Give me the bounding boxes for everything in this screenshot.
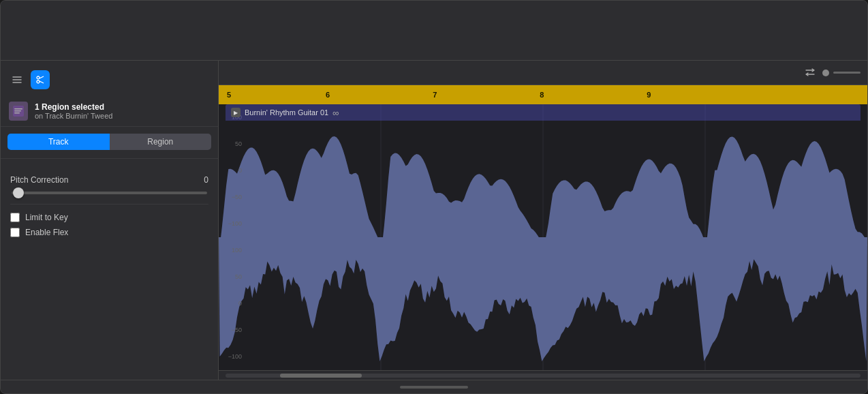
- svg-rect-7: [14, 112, 20, 114]
- sidebar-toolbar: [1, 66, 218, 96]
- region-text: 1 Region selected on Track Burnin' Tweed: [35, 102, 112, 120]
- zoom-indicator: [822, 70, 829, 76]
- svg-rect-5: [14, 108, 22, 110]
- divider-2: [10, 204, 208, 204]
- enable-flex-row: Enable Flex: [10, 228, 208, 237]
- pitch-correction-row: Pitch Correction 0: [10, 175, 208, 185]
- region-name: Burnin' Rhythm Guitar 01: [245, 108, 328, 117]
- zoom-bar: [833, 72, 861, 74]
- region-info: 1 Region selected on Track Burnin' Tweed: [1, 96, 218, 127]
- limit-to-key-checkbox[interactable]: [10, 213, 20, 222]
- ruler-mark-7: 7: [433, 91, 437, 99]
- top-bar: [1, 1, 867, 61]
- region-tab[interactable]: Region: [110, 134, 212, 150]
- sidebar: 1 Region selected on Track Burnin' Tweed…: [1, 61, 219, 380]
- bottom-bar: [1, 380, 867, 393]
- ruler-mark-9: 9: [647, 91, 651, 99]
- waveform-panel: 5 6 7 8 9 ▶ Burnin' Rhythm Guitar 01 ∞ 1…: [219, 61, 867, 380]
- main-area: 1 Region selected on Track Burnin' Tweed…: [1, 61, 867, 380]
- pitch-correction-value: 0: [204, 175, 208, 185]
- ruler-mark-8: 8: [540, 91, 544, 99]
- svg-point-1: [37, 80, 40, 83]
- limit-to-key-label[interactable]: Limit to Key: [25, 213, 68, 222]
- region-title: 1 Region selected: [35, 102, 112, 112]
- flex-view-button[interactable]: [7, 70, 27, 89]
- waveform-content: ▶ Burnin' Rhythm Guitar 01 ∞ 100 50 0 −5…: [219, 104, 867, 370]
- region-icon: [9, 102, 28, 121]
- scrollbar-area: [219, 370, 867, 380]
- pitch-slider-container: [10, 192, 208, 194]
- loop-icon: ∞: [332, 108, 339, 118]
- region-play-icon: ▶: [231, 108, 241, 117]
- ruler-mark-5: 5: [227, 91, 231, 99]
- waveform-top-bar: [219, 61, 867, 85]
- swap-icon-button[interactable]: [802, 66, 818, 80]
- track-tab[interactable]: Track: [7, 134, 110, 150]
- region-header-bar: ▶ Burnin' Rhythm Guitar 01 ∞: [226, 104, 861, 121]
- region-subtitle: on Track Burnin' Tweed: [35, 112, 112, 120]
- svg-rect-6: [14, 110, 21, 112]
- scissors-button[interactable]: [31, 70, 50, 89]
- svg-line-2: [40, 76, 44, 78]
- pitch-slider-track: [12, 192, 207, 194]
- sidebar-content: Pitch Correction 0 Limit to Key Enable F…: [1, 167, 218, 380]
- bottom-indicator: [400, 386, 468, 389]
- main-window: 1 Region selected on Track Burnin' Tweed…: [0, 0, 868, 394]
- svg-line-3: [40, 81, 44, 83]
- pitch-slider-thumb[interactable]: [13, 187, 24, 198]
- timeline-ruler[interactable]: 5 6 7 8 9: [219, 85, 867, 104]
- pitch-correction-label: Pitch Correction: [10, 175, 68, 185]
- tab-row: Track Region: [7, 134, 211, 150]
- ruler-mark-6: 6: [326, 91, 330, 99]
- svg-point-0: [37, 76, 40, 79]
- limit-to-key-row: Limit to Key: [10, 213, 208, 222]
- enable-flex-checkbox[interactable]: [10, 228, 20, 237]
- scrollbar-thumb[interactable]: [280, 374, 362, 378]
- enable-flex-label[interactable]: Enable Flex: [25, 228, 68, 237]
- scrollbar-track: [226, 374, 861, 378]
- waveform-canvas: [219, 104, 867, 370]
- divider: [1, 158, 218, 159]
